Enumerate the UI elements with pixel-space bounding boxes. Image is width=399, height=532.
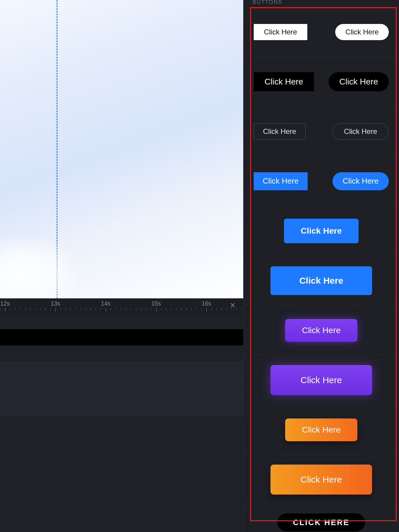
button-preset-black-rect[interactable]: Click Here [254, 72, 314, 91]
timeline-tracks [0, 316, 243, 532]
editor-left-pane: 12s13s14s15s16s [0, 0, 243, 532]
track-row[interactable] [0, 380, 243, 398]
button-preset-orange-large[interactable]: Click Here [270, 465, 372, 495]
button-preset-purple-large[interactable]: Click Here [270, 365, 372, 395]
elements-panel: BUTTONS Click Here Click Here Click Here… [243, 0, 399, 532]
button-preset-outline-pill[interactable]: Click Here [332, 123, 389, 140]
button-style-row: Click Here Click Here [244, 7, 399, 57]
track-strip[interactable] [0, 329, 243, 345]
button-style-row: Click Here [244, 256, 399, 306]
button-preset-orange-medium[interactable]: Click Here [285, 418, 357, 441]
button-preset-black-caps-pill[interactable]: CLICK HERE [277, 513, 365, 531]
timeline-time-label: 15s [151, 300, 161, 307]
button-preset-blue-rect[interactable]: Click Here [254, 172, 308, 190]
button-preset-black-pill[interactable]: Click Here [329, 72, 389, 91]
button-style-row: Click Here [244, 306, 399, 355]
button-style-row: Click Here Click Here [244, 107, 399, 156]
vertical-guide-line[interactable] [57, 0, 58, 298]
button-preset-blue-pill[interactable]: Click Here [332, 172, 389, 190]
track-row[interactable] [0, 398, 243, 416]
track-row[interactable] [0, 362, 243, 380]
button-preset-purple-medium[interactable]: Click Here [285, 319, 357, 342]
button-style-row: Click Here [244, 455, 399, 504]
close-icon [229, 302, 236, 309]
preview-canvas[interactable] [0, 0, 243, 298]
timeline-time-label: 12s [0, 300, 10, 307]
button-style-row: Click Here [244, 355, 399, 405]
button-style-row: Click Here Click Here [244, 156, 399, 206]
button-style-row: Click Here [244, 206, 399, 256]
timeline-time-label: 13s [51, 300, 60, 307]
timeline-time-label: 16s [202, 300, 211, 307]
timeline-time-label: 14s [101, 300, 111, 307]
button-preset-outline-rect[interactable]: Click Here [254, 123, 306, 140]
panel-section-title: BUTTONS [244, 0, 399, 7]
button-style-row: CLICK HERE [244, 504, 399, 532]
button-preset-blue-large[interactable]: Click Here [270, 266, 372, 295]
timeline-ruler[interactable]: 12s13s14s15s16s [0, 298, 243, 316]
button-style-row: Click Here [244, 405, 399, 455]
button-preset-white-rect[interactable]: Click Here [254, 24, 307, 40]
button-preset-white-pill[interactable]: Click Here [335, 24, 389, 40]
close-timeline-button[interactable] [228, 301, 237, 310]
button-preset-blue-medium[interactable]: Click Here [284, 219, 359, 243]
button-style-row: Click Here Click Here [244, 57, 399, 107]
